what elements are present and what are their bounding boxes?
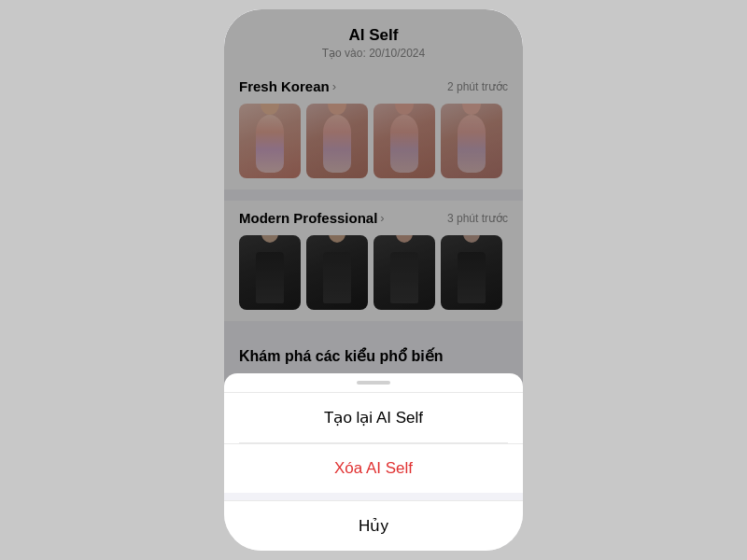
photo-thumb[interactable] (374, 104, 435, 178)
modern-professional-title: Modern Professional (239, 210, 377, 226)
cancel-label: Hủy (359, 516, 388, 536)
photo-thumb[interactable] (374, 235, 435, 310)
bottom-sheet: Tạo lại AI Self Xóa AI Self Hủy (224, 373, 523, 551)
delete-button[interactable]: Xóa AI Self (224, 443, 523, 493)
modern-professional-chevron-icon: › (380, 211, 384, 225)
fresh-korean-chevron-icon: › (332, 79, 336, 93)
photo-thumb[interactable] (441, 235, 502, 310)
modern-professional-section: Modern Professional › 3 phút trước (224, 201, 523, 321)
recreate-button[interactable]: Tạo lại AI Self (224, 392, 523, 442)
fresh-korean-title-row[interactable]: Fresh Korean › (239, 78, 336, 94)
modern-professional-time: 3 phút trước (447, 212, 508, 225)
section-divider (224, 189, 523, 201)
modern-professional-title-row[interactable]: Modern Professional › (239, 210, 385, 226)
header-subtitle: Tạo vào: 20/10/2024 (239, 47, 508, 60)
modern-professional-header: Modern Professional › 3 phút trước (239, 210, 508, 226)
fresh-korean-section: Fresh Korean › 2 phút trước (224, 69, 523, 189)
photo-thumb[interactable] (306, 104, 368, 178)
phone-container: AI Self Tạo vào: 20/10/2024 Fresh Korean… (224, 9, 523, 551)
photo-thumb[interactable] (239, 104, 301, 178)
photo-thumb[interactable] (441, 104, 502, 178)
section-divider-2 (224, 321, 523, 332)
header: AI Self Tạo vào: 20/10/2024 (224, 9, 523, 69)
header-title: AI Self (239, 26, 508, 45)
fresh-korean-photos (239, 104, 508, 178)
recreate-label: Tạo lại AI Self (324, 408, 423, 427)
cancel-button[interactable]: Hủy (224, 500, 523, 551)
photo-thumb[interactable] (239, 235, 301, 310)
explore-title: Khám phá các kiểu phổ biến (239, 347, 508, 365)
sheet-section-divider (224, 493, 523, 500)
fresh-korean-time: 2 phút trước (447, 80, 508, 93)
photo-thumb[interactable] (306, 235, 368, 310)
sheet-handle (357, 381, 390, 385)
delete-label: Xóa AI Self (334, 459, 413, 478)
phone-content: AI Self Tạo vào: 20/10/2024 Fresh Korean… (224, 9, 523, 551)
fresh-korean-title: Fresh Korean (239, 78, 330, 94)
fresh-korean-header: Fresh Korean › 2 phút trước (239, 78, 508, 94)
modern-professional-photos (239, 235, 508, 310)
